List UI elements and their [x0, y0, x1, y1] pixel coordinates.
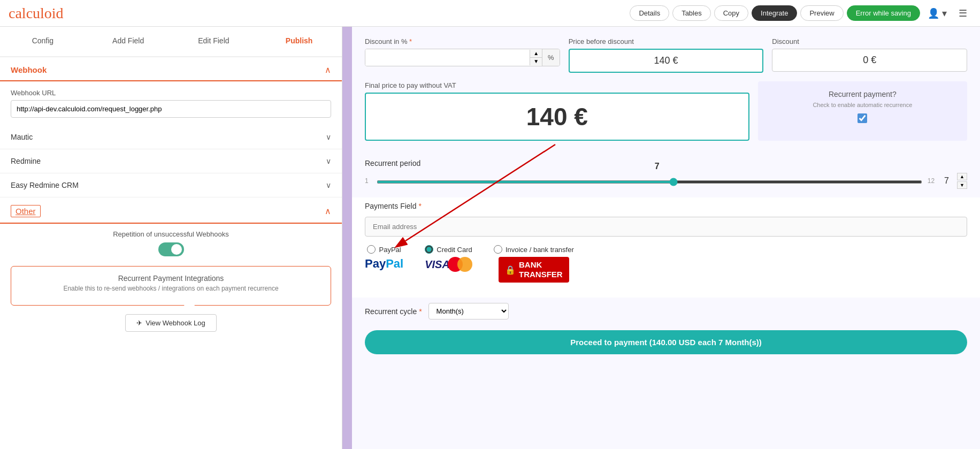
slider-value-box: 7 ▲ ▼	[944, 173, 967, 189]
invoice-option: Invoice / bank transfer 🔒 BANK TRANSFER	[494, 245, 574, 283]
slider-tooltip: 7	[655, 162, 660, 171]
redmine-label: Redmine	[11, 157, 41, 165]
mautic-row[interactable]: Mautic ∨	[0, 125, 342, 149]
tab-config[interactable]: Config	[0, 27, 86, 56]
form-section-top: Discount in % * ▲ ▼ % Price before di	[352, 27, 980, 155]
details-button[interactable]: Details	[630, 5, 669, 21]
discount-input-row: ▲ ▼ %	[365, 49, 560, 66]
easy-redmine-row[interactable]: Easy Redmine CRM ∨	[0, 173, 342, 197]
invoice-radio[interactable]	[494, 245, 502, 254]
slider-max-label: 12	[928, 177, 935, 185]
other-title: Other	[11, 205, 41, 217]
repetition-toggle-container: Repetition of unsuccessful Webhooks	[0, 224, 342, 261]
percent-sign: %	[542, 49, 560, 66]
main-layout: Config Add Field Edit Field Publish Webh…	[0, 27, 980, 449]
recurrent-period-slider[interactable]	[377, 180, 922, 184]
discount-stepper: ▲ ▼	[530, 50, 542, 65]
credit-card-label-text: Credit Card	[437, 246, 472, 254]
right-panel: Discount in % * ▲ ▼ % Price before di	[352, 27, 980, 449]
recurrent-checkbox[interactable]	[858, 113, 867, 123]
discount-result-field: Discount 0 €	[772, 37, 967, 73]
discount-result-text: 0 €	[863, 55, 876, 66]
price-before-discount-label: Price before discount	[569, 37, 764, 45]
webhook-title: Webhook	[11, 65, 47, 74]
menu-icon[interactable]: ☰	[954, 5, 971, 21]
log-icon: ✈	[136, 319, 142, 327]
webhook-content: Webhook URL	[0, 81, 342, 125]
email-input[interactable]	[365, 217, 967, 237]
final-price-field: Final price to pay without VAT 140 €	[365, 81, 749, 141]
webhook-chevron: ∧	[325, 65, 331, 75]
slider-min-label: 1	[365, 177, 371, 185]
other-chevron: ∧	[325, 206, 331, 216]
payments-section: Payments Field * PayPal PayPal	[352, 197, 980, 298]
slider-value-text: 7	[944, 176, 955, 186]
cycle-row: Recurrent cycle * Month(s) Week(s) Day(s…	[352, 298, 980, 325]
webhook-url-label: Webhook URL	[11, 89, 331, 97]
easy-redmine-label: Easy Redmine CRM	[11, 181, 79, 189]
payments-field-label: Payments Field *	[365, 202, 967, 210]
repetition-label: Repetition of unsuccessful Webhooks	[113, 230, 229, 238]
credit-card-radio[interactable]	[425, 245, 433, 254]
payment-options: PayPal PayPal Credit Card VISA	[365, 245, 967, 283]
price-before-discount-field: Price before discount 140 €	[569, 37, 764, 73]
stepper-down[interactable]: ▼	[530, 58, 542, 65]
slider-container: 7	[377, 177, 922, 185]
credit-card-label-row: Credit Card	[425, 245, 472, 254]
stepper-up[interactable]: ▲	[530, 50, 542, 58]
cycle-select[interactable]: Month(s) Week(s) Day(s) Year(s)	[428, 303, 509, 319]
mautic-label: Mautic	[11, 133, 33, 141]
form-row-discount: Discount in % * ▲ ▼ % Price before di	[365, 37, 967, 73]
bank-transfer-text: BANK TRANSFER	[519, 260, 563, 279]
webhook-section-header[interactable]: Webhook ∧	[0, 57, 342, 81]
tab-edit-field[interactable]: Edit Field	[171, 27, 257, 56]
divider-bar	[342, 27, 352, 449]
repetition-toggle[interactable]	[158, 242, 184, 256]
webhook-url-input[interactable]	[11, 100, 331, 118]
copy-button[interactable]: Copy	[714, 5, 748, 21]
paypal-logo: PayPal	[365, 257, 403, 271]
recurrent-payment-title: Recurrent payment?	[829, 90, 897, 98]
preview-button[interactable]: Preview	[800, 5, 843, 21]
recurrent-check-sub: Check to enable automatic recurrence	[813, 102, 912, 108]
visa-mc-logo: VISA	[425, 257, 472, 272]
recurrent-payment-section: Recurrent payment? Check to enable autom…	[758, 81, 967, 141]
price-before-discount-text: 140 €	[654, 55, 678, 66]
discount-input[interactable]	[365, 49, 530, 66]
recurrent-period-label: Recurrent period	[365, 159, 967, 168]
proceed-button[interactable]: Proceed to payment (140.00 USD each 7 Mo…	[365, 330, 967, 354]
slider-stepper-up[interactable]: ▲	[957, 173, 967, 180]
error-button[interactable]: Error while saving	[847, 5, 920, 21]
user-icon[interactable]: 👤 ▾	[923, 5, 951, 21]
final-price-label: Final price to pay without VAT	[365, 81, 749, 89]
integrate-button[interactable]: Integrate	[752, 5, 797, 21]
final-price-box: 140 €	[365, 93, 749, 141]
paypal-option: PayPal PayPal	[365, 245, 403, 271]
recurrent-payment-box: Recurrent Payment Integrations Enable th…	[11, 266, 331, 306]
paypal-radio[interactable]	[367, 245, 376, 254]
tab-bar: Config Add Field Edit Field Publish	[0, 27, 342, 57]
other-section-header[interactable]: Other ∧	[0, 197, 342, 224]
paypal-label-text: PayPal	[379, 246, 401, 254]
invoice-label-row: Invoice / bank transfer	[494, 245, 574, 254]
redmine-chevron: ∨	[326, 157, 331, 165]
price-before-discount-value: 140 €	[569, 49, 764, 73]
top-nav: calculoid Details Tables Copy Integrate …	[0, 0, 980, 27]
nav-buttons: Details Tables Copy Integrate Preview Er…	[630, 5, 971, 21]
bank-icon: 🔒	[505, 265, 516, 275]
discount-result-value: 0 €	[772, 49, 967, 72]
form-row-final-price: Final price to pay without VAT 140 € Rec…	[365, 81, 967, 141]
app-logo: calculoid	[9, 5, 64, 22]
redmine-row[interactable]: Redmine ∨	[0, 149, 342, 173]
view-webhook-log-button[interactable]: ✈ View Webhook Log	[125, 314, 217, 332]
slider-stepper-down[interactable]: ▼	[957, 181, 967, 189]
discount-field: Discount in % * ▲ ▼ %	[365, 37, 560, 73]
tables-button[interactable]: Tables	[672, 5, 711, 21]
credit-card-option: Credit Card VISA	[425, 245, 472, 272]
left-panel: Config Add Field Edit Field Publish Webh…	[0, 27, 342, 449]
recurrent-box-desc: Enable this to re-send webhooks / integr…	[22, 285, 320, 292]
tab-add-field[interactable]: Add Field	[86, 27, 171, 56]
discount-label: Discount in % *	[365, 37, 560, 45]
tab-publish[interactable]: Publish	[256, 27, 342, 56]
view-log-label: View Webhook Log	[146, 319, 205, 327]
